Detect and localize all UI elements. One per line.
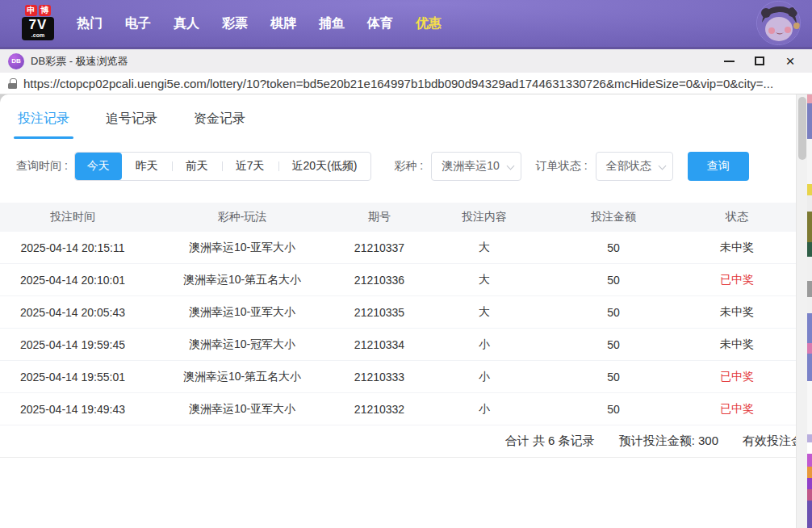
search-button[interactable]: 查询 <box>688 152 749 181</box>
issue: 21210333 <box>339 371 420 383</box>
bet-content: 小 <box>420 337 549 352</box>
table-header-row: 投注时间 彩种-玩法 期号 投注内容 投注金额 状态 <box>0 203 796 232</box>
bet-amount: 50 <box>549 338 678 351</box>
nav-item-cards[interactable]: 棋牌 <box>270 15 296 32</box>
bet-content: 小 <box>420 402 549 417</box>
status-badge: 已中奖 <box>678 402 796 417</box>
time-option-today[interactable]: 今天 <box>75 153 122 180</box>
user-avatar[interactable] <box>756 1 801 45</box>
logo-brand: 7V <box>29 17 48 32</box>
casino-nav-bar: 申 博 7V .com 热门 电子 真人 彩票 棋牌 捕鱼 体育 优惠 <box>0 0 812 47</box>
nav-item-fishing[interactable]: 捕鱼 <box>319 15 345 32</box>
minimize-button[interactable] <box>714 49 744 73</box>
logo-box: 7V .com <box>22 17 54 40</box>
issue: 21210337 <box>339 241 420 254</box>
nav-item-slots[interactable]: 电子 <box>125 15 151 32</box>
valid-amount-text: 有效投注金额 <box>743 434 796 449</box>
game-play: 澳洲幸运10-亚军大小 <box>145 305 339 320</box>
bet-content: 小 <box>420 370 549 384</box>
bet-time: 2025-04-14 20:10:01 <box>0 274 145 287</box>
logo-suffix: .com <box>23 32 52 39</box>
site-logo[interactable]: 申 博 7V .com <box>22 5 54 40</box>
address-bar[interactable]: https://ctopcp02pcali.uengi5e.com/lotter… <box>0 73 812 94</box>
header-issue: 期号 <box>339 210 420 224</box>
header-bet-time: 投注时间 <box>0 210 145 224</box>
logo-badges: 申 博 <box>22 5 54 16</box>
status-badge: 已中奖 <box>678 370 796 384</box>
table-row: 2025-04-14 19:55:01 澳洲幸运10-第五名大小 2121033… <box>0 361 796 393</box>
expected-amount-text: 预计投注金额: 300 <box>619 434 718 449</box>
header-bet-amount: 投注金额 <box>549 210 678 224</box>
lottery-type-select[interactable]: 澳洲幸运10 <box>431 152 521 181</box>
nav-item-lottery[interactable]: 彩票 <box>222 15 248 32</box>
table-row: 2025-04-14 20:15:11 澳洲幸运10-亚军大小 21210337… <box>0 232 796 264</box>
bet-amount: 50 <box>549 371 678 383</box>
page-background: 投注记录 追号记录 资金记录 查询时间 : 今天 昨天 前天 近7天 近20天(… <box>0 94 812 528</box>
issue: 21210332 <box>339 403 420 416</box>
game-play: 澳洲幸运10-第五名大小 <box>145 370 339 384</box>
table-row: 2025-04-14 20:05:43 澳洲幸运10-亚军大小 21210335… <box>0 296 796 329</box>
lottery-type-value: 澳洲幸运10 <box>442 159 500 174</box>
time-option-20days[interactable]: 近20天(低频) <box>278 153 371 180</box>
bet-content: 大 <box>420 273 549 287</box>
table-row: 2025-04-14 20:10:01 澳洲幸运10-第五名大小 2121033… <box>0 264 796 296</box>
record-tabs: 投注记录 追号记录 资金记录 <box>0 94 796 139</box>
bet-time: 2025-04-14 19:55:01 <box>0 371 145 383</box>
header-status: 状态 <box>678 210 796 224</box>
maximize-icon <box>755 57 764 65</box>
bet-amount: 50 <box>549 403 678 416</box>
total-records-text: 合计 共 6 条记录 <box>505 434 595 449</box>
browser-title-bar: DB DB彩票 - 极速浏览器 × <box>0 47 812 73</box>
minimize-icon <box>724 61 735 62</box>
nav-item-live[interactable]: 真人 <box>174 15 199 32</box>
bet-content: 大 <box>420 241 549 255</box>
clipped-side-widget <box>807 94 812 528</box>
game-play: 澳洲幸运10-亚军大小 <box>145 402 339 417</box>
window-controls: × <box>714 49 806 73</box>
issue: 21210334 <box>339 338 420 351</box>
tab-chase-records[interactable]: 追号记录 <box>106 111 157 139</box>
close-button[interactable]: × <box>775 49 806 73</box>
bet-time: 2025-04-14 19:59:45 <box>0 338 145 351</box>
lottery-type-label: 彩种 : <box>394 159 423 174</box>
status-badge: 未中奖 <box>678 305 796 320</box>
game-play: 澳洲幸运10-亚军大小 <box>145 241 339 255</box>
query-time-label: 查询时间 : <box>16 159 68 174</box>
nav-item-sports[interactable]: 体育 <box>367 15 393 32</box>
filter-bar: 查询时间 : 今天 昨天 前天 近7天 近20天(低频) 彩种 : 澳洲幸运10… <box>0 152 796 181</box>
tab-fund-records[interactable]: 资金记录 <box>194 111 245 139</box>
bet-amount: 50 <box>549 241 678 254</box>
table-row: 2025-04-14 19:49:43 澳洲幸运10-亚军大小 21210332… <box>0 393 796 425</box>
table-summary-row: 合计 共 6 条记录 预计投注金额: 300 有效投注金额 <box>0 425 796 458</box>
browser-favicon: DB <box>8 53 24 69</box>
order-status-label: 订单状态 : <box>536 159 588 174</box>
nav-menu: 热门 电子 真人 彩票 棋牌 捕鱼 体育 优惠 <box>77 0 442 47</box>
close-icon: × <box>785 53 794 69</box>
status-badge: 未中奖 <box>678 241 796 255</box>
lock-icon[interactable] <box>8 78 17 89</box>
header-bet-content: 投注内容 <box>420 210 549 224</box>
bet-amount: 50 <box>549 306 678 319</box>
time-option-daybefore[interactable]: 前天 <box>172 153 222 180</box>
nav-item-promo[interactable]: 优惠 <box>416 15 442 32</box>
table-row: 2025-04-14 19:59:45 澳洲幸运10-冠军大小 21210334… <box>0 329 796 361</box>
avatar-illustration <box>757 2 801 45</box>
header-game-play: 彩种-玩法 <box>145 210 339 224</box>
time-option-7days[interactable]: 近7天 <box>222 153 278 180</box>
bet-content: 大 <box>420 305 549 320</box>
logo-badge-left: 申 <box>25 5 37 16</box>
time-option-yesterday[interactable]: 昨天 <box>122 153 172 180</box>
url-text[interactable]: https://ctopcp02pcali.uengi5e.com/lotter… <box>23 77 804 90</box>
order-status-select[interactable]: 全部状态 <box>596 152 673 181</box>
maximize-button[interactable] <box>744 49 775 73</box>
bet-amount: 50 <box>549 274 678 287</box>
window-title: DB彩票 - 极速浏览器 <box>31 54 128 69</box>
logo-badge-right: 博 <box>39 5 51 16</box>
vertical-scrollbar[interactable] <box>796 94 807 528</box>
content-card: 投注记录 追号记录 资金记录 查询时间 : 今天 昨天 前天 近7天 近20天(… <box>0 94 796 528</box>
status-badge: 已中奖 <box>678 273 796 287</box>
game-play: 澳洲幸运10-冠军大小 <box>145 337 339 352</box>
nav-item-hot[interactable]: 热门 <box>77 15 103 32</box>
scrollbar-thumb[interactable] <box>798 97 806 160</box>
tab-bet-records[interactable]: 投注记录 <box>18 111 69 139</box>
